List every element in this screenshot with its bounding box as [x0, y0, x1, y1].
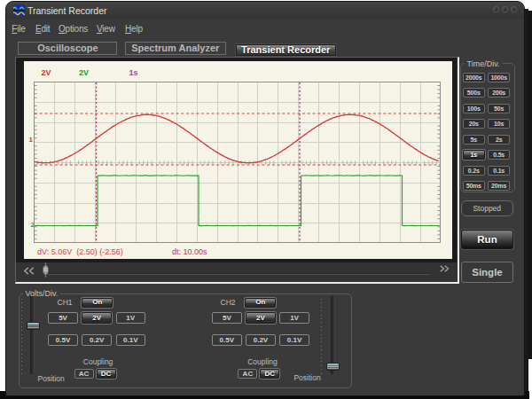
timebase-20ms[interactable]: 20ms [488, 181, 510, 191]
tab-spectrum-analyzer[interactable]: Spectrum Analyzer [125, 42, 227, 55]
ch1-on-button[interactable]: On [82, 298, 113, 308]
ch1-coupling-label: Coupling [83, 357, 113, 366]
recorder-panel: 2V 2V 1s 1 2 dV: 5.06V (2.50) (-2.56) dt… [15, 57, 459, 284]
ch2-volts-2V[interactable]: 2V [246, 312, 276, 324]
timebase-0.1s[interactable]: 0.1s [488, 166, 510, 176]
ch1-position-label: Position [38, 374, 65, 383]
ch2-volts-0.1V[interactable]: 0.1V [279, 334, 309, 346]
ch1-position-dots [21, 299, 22, 376]
ch1-label: CH1 [58, 298, 73, 307]
voltsdiv-group-label: Volts/Div. [23, 289, 61, 298]
scroll-handle[interactable] [43, 262, 49, 278]
status-box: Stopped [461, 200, 513, 216]
timebase-0.5s[interactable]: 0.5s [488, 150, 510, 160]
ch1-scale-label: 2V [42, 68, 51, 77]
timebase-1s[interactable]: 1s [463, 150, 485, 160]
timebase-500s[interactable]: 500s [463, 88, 485, 98]
scroll-right-button[interactable] [439, 265, 450, 272]
menu-help[interactable]: Help [125, 24, 143, 34]
ch1-volts-1V[interactable]: 1V [116, 312, 146, 324]
time-scale-label: 1s [129, 68, 138, 77]
menu-file[interactable]: File [12, 24, 25, 34]
timebase-group-label: Time/Div. [465, 59, 503, 68]
timebase-100s[interactable]: 100s [463, 104, 485, 113]
ch1-volts-0.2V[interactable]: 0.2V [82, 334, 112, 346]
close-button[interactable] [511, 6, 517, 12]
ch2-label: CH2 [221, 298, 236, 307]
ch2-position-dots [321, 299, 322, 376]
ch1-volts-2V[interactable]: 2V [82, 312, 112, 324]
menu-view[interactable]: View [97, 24, 115, 34]
timebase-2s[interactable]: 2s [488, 135, 510, 145]
ch1-zero-marker: 1 [29, 136, 33, 144]
delta-voltage-readout: dV: 5.06V (2.50) (-2.56) [37, 247, 123, 256]
single-button[interactable]: Single [461, 262, 513, 284]
menu-options[interactable]: Options [59, 24, 88, 34]
ch2-volts-1V[interactable]: 1V [279, 312, 309, 324]
menubar: FileEditOptionsViewHelp [6, 24, 272, 36]
ch1-volts-0.5V[interactable]: 0.5V [48, 334, 78, 346]
timebase-5s[interactable]: 5s [463, 135, 485, 145]
menu-edit[interactable]: Edit [35, 24, 50, 34]
window-title: Transient Recorder [27, 5, 106, 16]
tab-oscilloscope[interactable]: Oscilloscope [18, 42, 117, 55]
ch2-coupling-ac[interactable]: AC [238, 369, 257, 379]
restore-button[interactable] [502, 6, 508, 12]
timebase-10s[interactable]: 10s [488, 119, 510, 129]
ch2-scale-label: 2V [79, 68, 89, 77]
scroll-track[interactable] [48, 273, 429, 275]
ch1-coupling-dc[interactable]: DC [97, 369, 116, 379]
timebase-1000s[interactable]: 1000s [488, 73, 510, 82]
ch2-coupling-label: Coupling [247, 357, 278, 366]
desktop-backdrop-right-outer [528, 11, 532, 359]
timebase-50ms[interactable]: 50ms [463, 181, 485, 191]
ch2-volts-0.5V[interactable]: 0.5V [212, 334, 242, 346]
ch2-position-slider[interactable] [326, 363, 340, 371]
ch2-on-button[interactable]: On [245, 298, 276, 308]
tab-transient-recorder[interactable]: Transient Recorder [236, 44, 337, 56]
timebase-20s[interactable]: 20s [463, 119, 485, 129]
plot-bezel: 2V 2V 1s 1 2 dV: 5.06V (2.50) (-2.56) dt… [16, 58, 457, 262]
ch1-position-slider[interactable] [27, 322, 40, 330]
ch2-coupling-dc[interactable]: DC [260, 369, 279, 379]
timebase-2000s[interactable]: 2000s [463, 73, 485, 82]
ch1-position-rail[interactable] [30, 296, 35, 374]
delta-time-readout: dt: 10.00s [172, 247, 207, 256]
run-button[interactable]: Run [461, 230, 513, 249]
ch2-position-label: Position [293, 373, 320, 382]
ch2-volts-0.2V[interactable]: 0.2V [246, 334, 276, 346]
minimize-button[interactable] [493, 6, 499, 12]
titlebar[interactable]: Transient Recorder [6, 2, 524, 20]
plot-screen: 2V 2V 1s 1 2 dV: 5.06V (2.50) (-2.56) dt… [24, 61, 452, 259]
screen: Transient Recorder FileEditOptionsViewHe… [0, 0, 532, 399]
timebase-200s[interactable]: 200s [488, 88, 510, 98]
timebase-50s[interactable]: 50s [488, 104, 510, 113]
scroll-left-button[interactable] [23, 267, 35, 275]
ch1-volts-0.1V[interactable]: 0.1V [116, 334, 146, 346]
app-icon [13, 4, 25, 16]
ch1-coupling-ac[interactable]: AC [74, 369, 94, 379]
waveform-plot [34, 82, 441, 243]
timebase-0.2s[interactable]: 0.2s [463, 166, 485, 176]
app-window: Transient Recorder FileEditOptionsViewHe… [5, 1, 525, 396]
ch2-volts-5V[interactable]: 5V [212, 312, 242, 324]
ch1-volts-5V[interactable]: 5V [48, 312, 78, 324]
